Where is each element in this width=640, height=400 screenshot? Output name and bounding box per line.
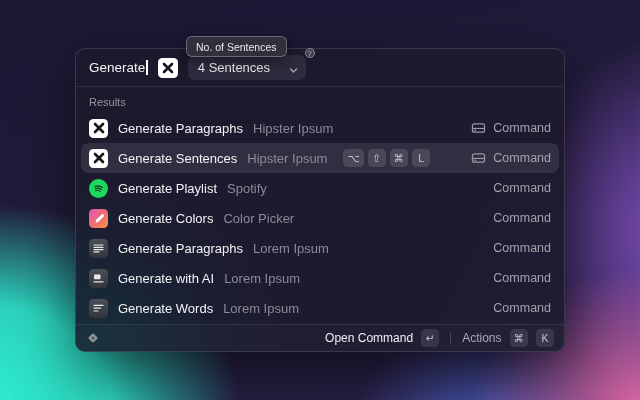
item-subtitle: Lorem Ipsum bbox=[224, 271, 300, 286]
search-bar: Generate 4 Sentences ? bbox=[76, 49, 564, 87]
item-title: Generate with AI bbox=[118, 271, 214, 286]
item-subtitle: Spotify bbox=[227, 181, 267, 196]
tooltip: No. of Sentences bbox=[186, 36, 287, 57]
sentences-dropdown-value: 4 Sentences bbox=[198, 60, 270, 75]
document-ai-icon bbox=[89, 269, 108, 288]
hard-drive-icon bbox=[471, 151, 486, 165]
item-type-label: Command bbox=[493, 151, 551, 165]
list-item[interactable]: Generate Paragraphs Lorem Ipsum Command bbox=[81, 233, 559, 263]
help-icon[interactable]: ? bbox=[305, 48, 315, 58]
item-accessories: Command bbox=[471, 121, 551, 135]
chevron-down-icon bbox=[289, 63, 298, 78]
item-title: Generate Paragraphs bbox=[118, 241, 243, 256]
tooltip-text: No. of Sentences bbox=[196, 41, 277, 53]
argument-dropdown-wrap: 4 Sentences ? bbox=[188, 55, 306, 80]
launcher-window: Generate 4 Sentences ? Results bbox=[75, 48, 565, 352]
item-type-label: Command bbox=[493, 241, 551, 255]
list-item[interactable]: Generate Playlist Spotify Command bbox=[81, 173, 559, 203]
item-shortcut: ⌥ ⇧ ⌘ L bbox=[343, 149, 430, 167]
item-subtitle: Hipster Ipsum bbox=[253, 121, 333, 136]
x-extension-icon bbox=[158, 58, 178, 78]
option-key: ⌥ bbox=[343, 149, 363, 167]
list-item[interactable]: Generate Words Lorem Ipsum Command bbox=[81, 293, 559, 323]
document-paragraphs-icon bbox=[89, 239, 108, 258]
item-type-label: Command bbox=[493, 301, 551, 315]
item-accessories: Command bbox=[493, 241, 551, 255]
results-section-label: Results bbox=[89, 96, 551, 108]
item-type-label: Command bbox=[493, 271, 551, 285]
return-key: ↵ bbox=[421, 329, 439, 347]
k-key: K bbox=[536, 329, 554, 347]
action-bar: Open Command ↵ Actions ⌘ K bbox=[76, 324, 564, 351]
text-caret bbox=[146, 60, 148, 75]
item-title: Generate Words bbox=[118, 301, 213, 316]
document-words-icon bbox=[89, 299, 108, 318]
item-type-label: Command bbox=[493, 121, 551, 135]
item-title: Generate Colors bbox=[118, 211, 213, 226]
command-key: ⌘ bbox=[390, 149, 409, 167]
item-accessories: Command bbox=[493, 301, 551, 315]
results-list: Generate Paragraphs Hipster Ipsum Comman… bbox=[76, 113, 564, 323]
x-extension-icon bbox=[89, 149, 108, 168]
list-item[interactable]: Generate Paragraphs Hipster Ipsum Comman… bbox=[81, 113, 559, 143]
sentences-dropdown[interactable]: 4 Sentences ? bbox=[188, 55, 306, 80]
l-key: L bbox=[412, 149, 430, 167]
item-subtitle: Lorem Ipsum bbox=[253, 241, 329, 256]
hard-drive-icon bbox=[471, 121, 486, 135]
item-accessories: Command bbox=[471, 151, 551, 165]
item-accessories: Command bbox=[493, 211, 551, 225]
item-subtitle: Lorem Ipsum bbox=[223, 301, 299, 316]
open-command-button[interactable]: Open Command bbox=[325, 331, 413, 345]
footer-divider bbox=[450, 332, 451, 344]
item-type-label: Command bbox=[493, 211, 551, 225]
list-item-selected[interactable]: Generate Sentences Hipster Ipsum ⌥ ⇧ ⌘ L… bbox=[81, 143, 559, 173]
item-accessories: Command bbox=[493, 181, 551, 195]
list-item[interactable]: Generate with AI Lorem Ipsum Command bbox=[81, 263, 559, 293]
actions-button[interactable]: Actions bbox=[462, 331, 501, 345]
spotify-icon bbox=[89, 179, 108, 198]
item-subtitle: Hipster Ipsum bbox=[247, 151, 327, 166]
item-subtitle: Color Picker bbox=[223, 211, 294, 226]
list-item[interactable]: Generate Colors Color Picker Command bbox=[81, 203, 559, 233]
desktop-background: Generate 4 Sentences ? Results bbox=[0, 0, 640, 400]
item-type-label: Command bbox=[493, 181, 551, 195]
command-key: ⌘ bbox=[510, 329, 529, 347]
item-title: Generate Playlist bbox=[118, 181, 217, 196]
x-extension-icon bbox=[89, 119, 108, 138]
item-title: Generate Sentences bbox=[118, 151, 237, 166]
shift-key: ⇧ bbox=[368, 149, 386, 167]
search-input-value: Generate bbox=[89, 60, 145, 75]
raycast-logo-icon bbox=[86, 331, 100, 345]
color-picker-icon bbox=[89, 209, 108, 228]
item-accessories: Command bbox=[493, 271, 551, 285]
item-title: Generate Paragraphs bbox=[118, 121, 243, 136]
search-input[interactable]: Generate bbox=[89, 60, 148, 75]
